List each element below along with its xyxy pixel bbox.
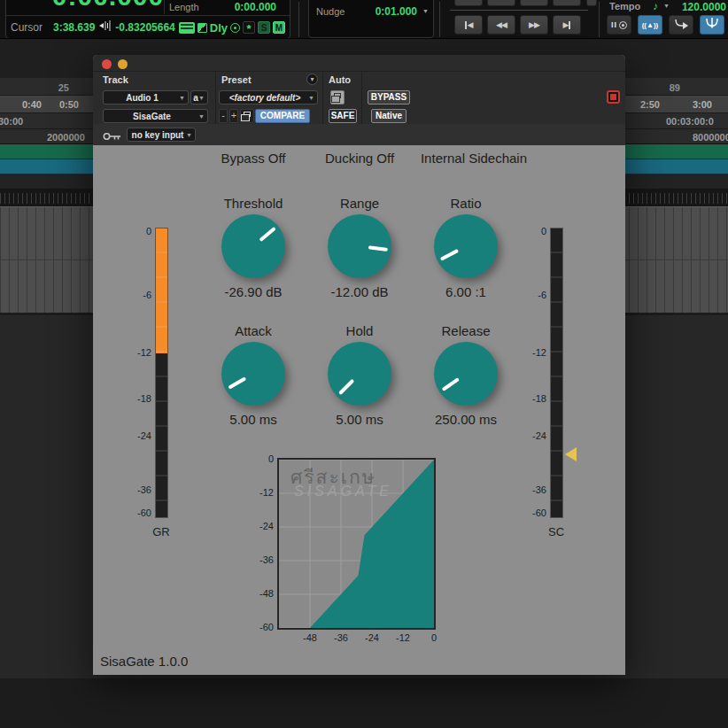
tempo-value[interactable]: 120.0000 <box>664 1 726 13</box>
wait-for-note-button[interactable]: II <box>607 15 631 35</box>
preset-selector[interactable]: <factory default>▼ <box>219 90 318 105</box>
close-button[interactable] <box>102 59 112 69</box>
meter-tick: -6 <box>516 290 546 300</box>
samples-label: 2000000 <box>47 132 85 143</box>
plugin-target-button[interactable] <box>607 90 620 104</box>
plugin-window: Track Preset ▾ Auto Audio 1▼ a▼ SisaGate… <box>93 55 625 675</box>
chevron-down-icon: ▼ <box>198 95 205 101</box>
threshold-marker-icon[interactable] <box>565 447 577 461</box>
mute-button[interactable]: M <box>273 21 285 34</box>
minsec-label: 0:40 <box>15 99 42 110</box>
graph-y-tick: -48 <box>242 588 274 599</box>
gr-meter-label: GR <box>147 525 175 538</box>
preset-decrement-button[interactable]: - <box>219 109 228 123</box>
elastic-audio-icon[interactable] <box>179 22 195 34</box>
curved-arrow-icon <box>674 17 689 33</box>
preset-increment-button[interactable]: + <box>229 109 238 123</box>
knob-value: 5.00 ms <box>306 412 413 427</box>
copy-settings-button[interactable] <box>240 109 254 123</box>
release-knob[interactable] <box>434 342 498 406</box>
partial-button[interactable] <box>520 0 548 6</box>
main-counter[interactable]: 0:00.000 <box>42 0 174 12</box>
watermark-latin: SISAGATE <box>294 484 392 500</box>
safe-button[interactable]: SAFE <box>329 109 357 123</box>
cursor-label: Cursor <box>11 21 43 34</box>
sc-meter <box>550 228 563 518</box>
copy-icon <box>334 93 341 98</box>
graph-x-tick: 0 <box>421 632 447 643</box>
meter-tick: -36 <box>121 484 151 495</box>
native-button[interactable]: Native <box>371 109 407 123</box>
edit-background-bottom <box>0 678 728 728</box>
minsec-label: 3:00 <box>684 99 712 110</box>
return-to-start-button[interactable]: ◀ <box>454 15 483 35</box>
solo-button[interactable]: S <box>258 21 270 34</box>
track-selector[interactable]: Audio 1▼ <box>103 90 189 105</box>
nudge-value[interactable]: 0:01.000 <box>376 5 417 18</box>
preset-section-label: Preset <box>221 74 252 85</box>
version-label: SisaGate 1.0.0 <box>100 654 188 669</box>
track-letter-selector[interactable]: a▼ <box>190 90 208 105</box>
bar-number-right: 89 <box>655 82 680 93</box>
nudge-panel: Nudge 0:01.000 ▼ <box>308 0 434 38</box>
partial-button[interactable] <box>553 0 581 6</box>
status-icon-cluster: Dly * S M <box>179 21 285 35</box>
threshold-knob[interactable] <box>221 214 285 278</box>
key-icon <box>102 129 123 145</box>
partial-button[interactable] <box>586 0 597 6</box>
partial-button[interactable] <box>454 0 483 6</box>
ducking-mode-button[interactable]: Ducking Off <box>325 151 394 166</box>
bar-number-left: 25 <box>44 82 69 93</box>
meter-tick: -60 <box>516 507 546 518</box>
rewind-button[interactable]: ◀◀ <box>487 15 515 35</box>
count-off-button[interactable] <box>700 15 724 35</box>
screen: 25 89 0:40 0:50 2:50 3:00 30:00 00:03:00… <box>0 0 728 728</box>
meter-tick: -12 <box>516 347 546 358</box>
knob-value: 6.00 :1 <box>413 284 519 299</box>
graph-x-tick: -36 <box>328 632 354 643</box>
midi-merge-button[interactable] <box>669 15 693 35</box>
graph-y-tick: 0 <box>242 453 274 464</box>
ratio-knob[interactable] <box>434 214 498 278</box>
hold-knob[interactable] <box>328 342 391 406</box>
key-input-selector[interactable]: no key input▼ <box>127 128 196 142</box>
sc-meter-label: SC <box>542 525 570 538</box>
go-to-end-button[interactable]: ▶ <box>553 15 581 35</box>
chevron-down-icon[interactable]: ▼ <box>422 8 429 14</box>
waveform-cursor-icon <box>98 19 112 35</box>
plugin-body: Bypass Off Ducking Off Internal Sidechai… <box>93 145 625 675</box>
chevron-down-icon: ▼ <box>179 95 185 101</box>
minimize-button[interactable] <box>118 59 128 69</box>
graph-y-tick: -24 <box>242 521 274 531</box>
timebase-icon[interactable] <box>197 23 207 33</box>
plugin-header[interactable]: Track Preset ▾ Auto Audio 1▼ a▼ SisaGate… <box>93 55 625 145</box>
meter-tick: -18 <box>516 393 546 404</box>
fast-forward-button[interactable]: ▶▶ <box>520 15 548 35</box>
knob-label: Range <box>306 196 413 211</box>
minsec-label: 2:50 <box>631 99 660 110</box>
compare-button[interactable]: COMPARE <box>255 109 310 123</box>
length-label: Length <box>169 2 199 12</box>
meter-tick: -36 <box>516 484 546 495</box>
bypass-button[interactable]: BYPASS <box>368 90 410 105</box>
meter-tick: 0 <box>121 226 151 236</box>
metronome-icon: ((▲)) <box>642 21 659 29</box>
bypass-mode-button[interactable]: Bypass Off <box>221 151 285 166</box>
main-counter-panel: 0:00.000 Length 0:00.000 Cursor 3:38.639… <box>5 0 290 39</box>
asterisk-button[interactable]: * <box>243 21 255 34</box>
graph-x-tick: -48 <box>297 632 323 643</box>
plugin-selector[interactable]: SisaGate▼ <box>103 109 208 123</box>
preset-menu-icon[interactable]: ▾ <box>306 74 318 85</box>
copy-icon <box>244 112 251 117</box>
attack-knob[interactable] <box>221 342 285 406</box>
sidechain-mode-button[interactable]: Internal Sidechain <box>421 151 527 166</box>
target-icon[interactable] <box>230 23 240 33</box>
minsec-label: 0:50 <box>52 99 79 110</box>
auto-enable-button[interactable] <box>330 90 345 105</box>
partial-button[interactable] <box>487 0 515 6</box>
range-knob[interactable] <box>328 214 391 278</box>
transport-toolbar: 0:00.000 Length 0:00.000 Cursor 3:38.639… <box>0 0 728 39</box>
chevron-down-icon: ▼ <box>186 132 192 138</box>
cursor-row: Cursor 3:38.639 -0.83205664 Dly * S M <box>6 16 290 39</box>
metronome-button[interactable]: ((▲)) <box>638 15 662 35</box>
